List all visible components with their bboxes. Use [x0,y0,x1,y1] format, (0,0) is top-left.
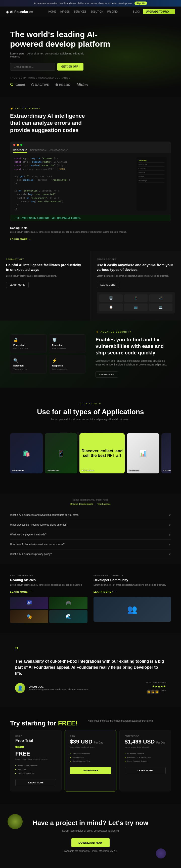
author-title: Manufacturing Data Flow Product and Plat… [29,688,141,691]
top-banner: Accelerate Innovation: No Foundaries pla… [0,0,181,6]
security-desc: Lorem ipsum dolor sit amet, consectetur … [96,359,171,367]
faq-item-2[interactable]: What process do I need to follow to plac… [10,520,171,530]
security-item-title: Encryption [13,344,44,346]
security-headline: Enables you to find and fix vulnerabilit… [96,336,171,356]
cta-headline: Have a project in mind? Let's try now [10,819,171,827]
app-card-nft[interactable]: Discover, collect, andsell the best NFT … [79,433,125,473]
nav-images[interactable]: IMAGES [60,10,70,13]
pricing-right: Nibh tellus molestie nunc non blandit ma… [88,719,171,730]
security-item-title: Response [52,365,82,367]
tablet-icon: 📱 [124,294,148,302]
code-line: const port = process.env.PORT || 3000 [14,167,132,171]
resource-learn-more-community[interactable]: LEARN MORE › [94,591,117,593]
pricing-tier-enterprise: ENTERPRISE [125,735,166,738]
pricing-subtext: Nibh tellus molestie nunc non blandit ma… [88,719,171,722]
security-learn-more[interactable]: LEARN MORE [96,372,118,377]
navbar-nav: HOME IMAGES SERVICES SOLUTION PRICING [48,10,118,13]
app-card-portfolio[interactable]: 💼 Portfolio [161,433,171,473]
upgrade-button[interactable]: UPGRADE TO PRO → [143,9,175,14]
resource-title-community: Developer Community [94,578,171,582]
nav-solution[interactable]: SOLUTION [90,10,103,13]
app-card-social[interactable]: 📱 Social Media [45,433,77,473]
nav-home[interactable]: HOME [48,10,56,13]
resource-img-4: 🌊 [49,610,87,623]
pricing-feature: Premium UX + API Access [125,755,166,759]
resource-desc-articles: Lorem ipsum dolor sit amet, consectetur … [10,583,87,587]
created-tag: CREATED WITH [10,403,171,405]
pricing-cta-basic[interactable]: LEARN MORE [15,779,56,786]
coding-learn-more[interactable]: LEARN MORE [10,238,31,241]
code-line: const http = require('http').Server(app) [14,160,132,164]
tab-definitions[interactable]: DEFINITIONS ≡ [30,148,47,153]
pricing-feature: All Access Platform [70,752,111,755]
orb-left [7,814,23,829]
email-input[interactable] [10,63,55,70]
trusted-label: TRUSTED BY WORLD-RENOWNED COMPANIES [10,76,171,79]
feature-desc-productivity: Lorem ipsum dolor sit amet consectetur a… [6,274,84,278]
resource-learn-more-articles[interactable]: LEARN MORE › [10,591,33,593]
pricing-badge-basic: 30 Day [15,746,24,748]
faq-item-3[interactable]: What are the payment methods? ∨ [10,530,171,540]
pricing-cta-enterprise[interactable]: LEARN MORE [125,767,166,774]
code-demo: DEBUGGING DEFINITIONS ≡ ANNOTATIONS ✓ co… [10,142,171,222]
pricing-unit-enterprise: Per Day [156,741,165,744]
app-card-label: NFT Platform [81,469,94,471]
pricing-desc-basic: Lorem ipsum dolor sit amet, consec. [15,758,56,760]
sidebar-item: Functions [138,163,165,167]
pricing-section: Try starting for FREE! Nibh tellus moles… [0,707,181,804]
navbar-right: BLOG UPGRADE TO PRO → [133,9,175,14]
faq-item-1[interactable]: What is AI Foundaries and what kind of p… [10,510,171,520]
code-output: ✓ No errors found. Suggestion: Use async… [10,215,171,221]
author-name: JHON DOE [29,685,141,688]
resource-card-articles: READING ARTICLES Reading Articles Lorem … [10,574,87,623]
code-line: }) [14,207,132,211]
hero-cta-button[interactable]: GET 30% OFF ! [57,63,83,70]
feature-learn-more-productivity[interactable]: LEARN MORE [6,282,29,288]
feature-title-cross-devices: Use it easily anywhere and anytime from … [97,263,175,272]
resource-img-3: 🎭 [10,610,48,623]
security-tag: ADVANCE SECURITY [96,331,171,333]
browse-docs-link[interactable]: Browse documentation [70,503,94,505]
faq-item-4[interactable]: How does AI Foundaries customer service … [10,540,171,550]
pricing-desc-pro: Lorem ipsum dolor sit amet. [70,746,111,748]
pricing-cta-pro[interactable]: LEARN MORE [70,767,111,774]
hero-form: GET 30% OFF ! [10,63,171,70]
chevron-down-icon: ∨ [169,523,171,527]
code-platform-section: CODE PLATFORM Extraordinary AI intellige… [0,97,181,251]
faq-browse: Browse documentation — report a issue [10,503,171,505]
code-lines: const app = require('express')() const h… [14,157,132,211]
tab-annotations[interactable]: ANNOTATIONS ✓ [50,148,68,153]
feature-learn-more-cross-devices[interactable]: LEARN MORE [97,282,120,288]
nav-blog[interactable]: BLOG [133,10,140,13]
app-card-dashboard[interactable]: 📊 Dashboard [127,433,159,473]
cta-download-button[interactable]: DOWNLOAD NOW [71,838,110,847]
navbar: ◈ AI Foundaries HOME IMAGES SERVICES SOL… [0,6,181,17]
code-line: console.log('user connected') [14,192,132,196]
stars: ★★★★★ [152,685,166,688]
app-card-label: Portfolio [163,469,171,471]
nav-pricing[interactable]: PRICING [107,10,118,13]
security-visual: 🔒 Encryption End-to-end data 🛡️ Protecti… [10,334,85,373]
nav-services[interactable]: SERVICES [74,10,86,13]
code-line [14,186,132,189]
faq-item-5[interactable]: What is AI Foundaries privacy policy? ∨ [10,550,171,559]
rating-label: RATED FOR 5 STARS [146,682,166,684]
applications-subtext: Lorem ipsum dolor sit amet consectetur a… [10,418,171,421]
banner-link[interactable]: Sign Up [134,1,147,5]
chevron-down-icon: ∨ [169,553,171,556]
hero-headline: The world's leading AI-powered develop p… [10,30,111,49]
sidebar-item: Errors [138,175,165,179]
tab-debugging[interactable]: DEBUGGING [13,148,27,153]
security-item-response: ⚡ Response Auto remediation [49,355,85,373]
app-card-ecommerce[interactable]: 🛍️ E-Commerce [10,433,43,473]
logo-dactive: ⬡ DACTIVE [31,83,49,87]
code-platform-tag: CODE PLATFORM [10,107,171,110]
report-issue-link[interactable]: report a issue [97,503,111,505]
faq-intro: Some questions you might need [10,498,171,501]
coding-tools-label: Coding Tools [10,226,171,229]
hero-section: The world's leading AI-powered develop p… [0,17,181,97]
app-card-label: E-Commerce [12,469,24,471]
watch-icon: ⌚ [99,304,123,311]
resource-card-community: DEVELOPER COMMUNITY Developer Community … [94,574,171,623]
navbar-logo: ◈ AI Foundaries [6,10,33,14]
